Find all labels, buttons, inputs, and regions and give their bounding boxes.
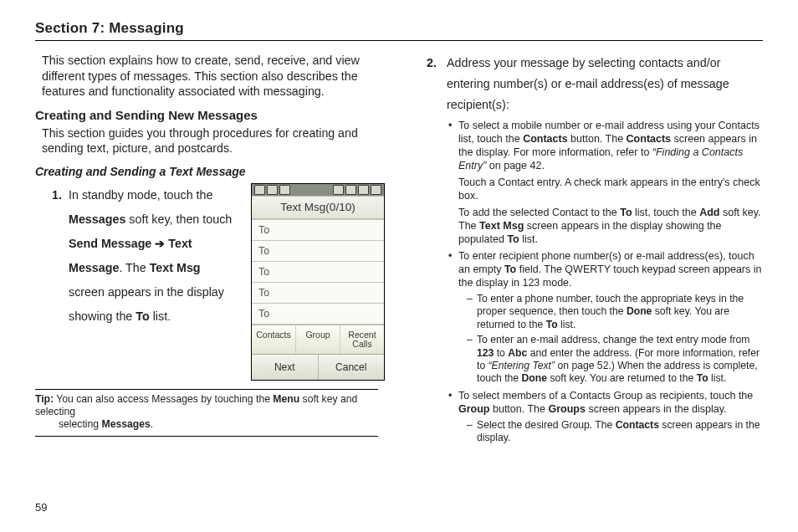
step-2-number: 2.: [425, 53, 437, 115]
phone-softkey-row: Next Cancel: [252, 354, 384, 380]
intro-paragraph: This section explains how to create, sen…: [42, 53, 378, 100]
t: To: [620, 207, 632, 218]
bullet-enter-recipient: To enter recipient phone number(s) or e-…: [450, 249, 763, 289]
columns: This section explains how to create, sen…: [35, 53, 763, 447]
status-icon: [358, 185, 369, 195]
step-1-number: 1.: [35, 183, 62, 381]
next-softkey[interactable]: Next: [252, 355, 319, 380]
t: button. The: [490, 403, 549, 415]
phone-statusbar: [252, 184, 384, 196]
status-icon: [345, 185, 356, 195]
page-number: 59: [35, 501, 47, 514]
t: To enter an e-mail address, change the t…: [477, 334, 750, 345]
t: Abc: [508, 347, 527, 359]
t: In standby mode, touch the: [69, 188, 212, 202]
t: selecting: [59, 418, 102, 430]
right-column: 2. Address your message by selecting con…: [425, 53, 763, 447]
to-field[interactable]: To: [252, 220, 384, 241]
bullet-contacts-p2: Touch a Contact entry. A check mark appe…: [458, 176, 763, 202]
status-icon: [267, 185, 278, 195]
to-field[interactable]: To: [252, 304, 384, 325]
group-button[interactable]: Group: [296, 325, 340, 354]
to-field[interactable]: To: [252, 262, 384, 283]
heading-text-message: Creating and Sending a Text Message: [35, 165, 378, 178]
t: To: [546, 319, 558, 330]
subbullet-select-group: Select the desired Group. The Contacts s…: [468, 419, 763, 445]
phone-mock: Text Msg(0/10) To To To To To Contacts G…: [251, 183, 385, 381]
subbullet-email: To enter an e-mail address, change the t…: [468, 334, 763, 386]
t: soft key, then touch: [125, 212, 232, 226]
t: Select the desired Group. The: [477, 419, 616, 431]
to-field[interactable]: To: [252, 283, 384, 304]
t: You can also access Messages by touching…: [54, 393, 273, 405]
t: 123: [477, 347, 494, 359]
t: Groups: [548, 403, 585, 415]
t: To: [697, 372, 708, 384]
t: button. The: [568, 133, 627, 145]
to-field[interactable]: To: [252, 241, 384, 262]
t: Contacts: [523, 133, 567, 145]
statusbar-left: [254, 185, 290, 195]
step-1: 1. In standby mode, touch the Messages s…: [35, 183, 378, 381]
t: To: [136, 309, 149, 323]
step-2: 2. Address your message by selecting con…: [425, 53, 763, 115]
subbullet-phone-number: To enter a phone number, touch the appro…: [468, 293, 763, 331]
t: Group: [458, 403, 490, 415]
t: Done: [522, 372, 547, 384]
t: To add the selected Contact to the: [458, 207, 620, 218]
t: Menu: [273, 393, 299, 405]
t: soft key. You are returned to the: [547, 372, 697, 384]
t: . The: [119, 261, 149, 274]
phone-to-list: To To To To To: [252, 219, 384, 325]
step-2-text: Address your message by selecting contac…: [447, 53, 763, 115]
heading-creating-sending: Creating and Sending New Messages: [35, 108, 378, 122]
t: Messages: [69, 212, 125, 226]
status-icon: [333, 185, 344, 195]
t: To: [507, 233, 519, 245]
t: to: [494, 347, 508, 359]
t: Text Msg: [150, 261, 201, 274]
after-h2-paragraph: This section guides you through procedur…: [42, 125, 378, 156]
t: Add: [699, 207, 719, 218]
bullet-contacts: To select a mobile number or e-mail addr…: [450, 119, 763, 246]
t: screen appears in the display.: [586, 403, 727, 415]
bullet-group: To select members of a Contacts Group as…: [450, 389, 763, 416]
t: Text Msg: [479, 220, 524, 232]
t: list.: [519, 233, 538, 245]
status-icon: [279, 185, 290, 195]
t: list.: [558, 319, 576, 330]
t: Contacts: [616, 419, 659, 431]
recent-calls-button[interactable]: Recent Calls: [340, 325, 384, 354]
t: list.: [708, 372, 727, 384]
t: on page 42.: [486, 160, 545, 171]
t: list.: [150, 309, 171, 323]
bullet-contacts-p3: To add the selected Contact to the To li…: [458, 206, 763, 246]
t: To: [504, 263, 516, 275]
statusbar-right: [333, 185, 381, 195]
t: To select members of a Contacts Group as…: [458, 390, 753, 402]
ref-entering-text: “Entering Text”: [489, 360, 555, 371]
t: Messages: [102, 418, 151, 430]
battery-icon: [371, 185, 381, 195]
left-column: This section explains how to create, sen…: [35, 53, 378, 447]
tip-label: Tip:: [35, 393, 54, 405]
section-title: Section 7: Messaging: [35, 20, 763, 41]
step-1-text: In standby mode, touch the Messages soft…: [69, 183, 236, 381]
phone-button-row: Contacts Group Recent Calls: [252, 325, 384, 354]
phone-screen-title: Text Msg(0/10): [252, 196, 384, 219]
t: Done: [627, 305, 652, 317]
t: list, touch the: [632, 207, 700, 218]
tip-box: Tip: You can also access Messages by tou…: [35, 389, 378, 437]
t: .: [151, 418, 153, 430]
t: Contacts: [627, 133, 671, 145]
cancel-softkey[interactable]: Cancel: [319, 355, 385, 380]
contacts-button[interactable]: Contacts: [252, 325, 296, 354]
signal-icon: [254, 185, 265, 195]
tip-body: selecting Messages.: [35, 418, 378, 431]
